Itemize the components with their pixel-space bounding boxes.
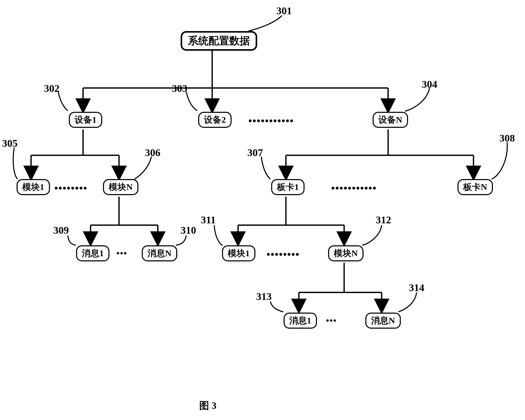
node-module-n-right: 模块N	[328, 245, 364, 261]
node-module-1-right: 模块1	[222, 245, 255, 261]
ref-312: 312	[376, 214, 391, 226]
ref-307: 307	[247, 146, 263, 159]
ellipsis-messages-left: •••	[116, 248, 127, 258]
node-device-n: 设备N	[373, 112, 408, 128]
node-message-1-right: 消息1	[284, 313, 317, 329]
ref-303: 303	[172, 82, 187, 94]
ref-314: 314	[409, 282, 424, 294]
ref-313: 313	[256, 290, 272, 303]
node-device-2: 设备2	[198, 112, 232, 128]
node-module-1-left: 模块1	[17, 179, 50, 195]
ellipsis-devices: •••••••••••	[248, 115, 294, 127]
figure-caption: 图 3	[199, 399, 217, 412]
ref-308: 308	[499, 132, 515, 144]
node-module-n-left: 模块N	[103, 179, 138, 195]
ref-306: 306	[145, 146, 160, 159]
node-board-1: 板卡1	[271, 179, 305, 195]
connectors	[0, 0, 525, 420]
ref-302: 302	[44, 82, 60, 94]
node-board-n: 板卡N	[457, 179, 493, 195]
node-device-1: 设备1	[69, 112, 102, 128]
ref-304: 304	[422, 78, 437, 90]
ellipsis-messages-right: •••	[326, 316, 337, 326]
ref-310: 310	[181, 224, 196, 236]
ref-305: 305	[2, 137, 18, 149]
ellipsis-boards: •••••••••••	[331, 182, 377, 194]
ref-311: 311	[201, 214, 216, 226]
ellipsis-modules-left: ••••••••	[54, 182, 87, 194]
node-message-n-left: 消息N	[142, 245, 177, 261]
node-message-1-left: 消息1	[76, 245, 109, 261]
node-message-n-right: 消息N	[365, 313, 401, 329]
ref-301: 301	[276, 5, 292, 17]
ellipsis-modules-right: ••••••••	[267, 248, 300, 261]
node-system-config-data: 系统配置数据	[181, 31, 257, 51]
diagram-canvas: 系统配置数据 设备1 设备2 设备N 模块1 模块N 板卡1 板卡N 消息1 消…	[0, 0, 525, 420]
ref-309: 309	[53, 224, 69, 236]
